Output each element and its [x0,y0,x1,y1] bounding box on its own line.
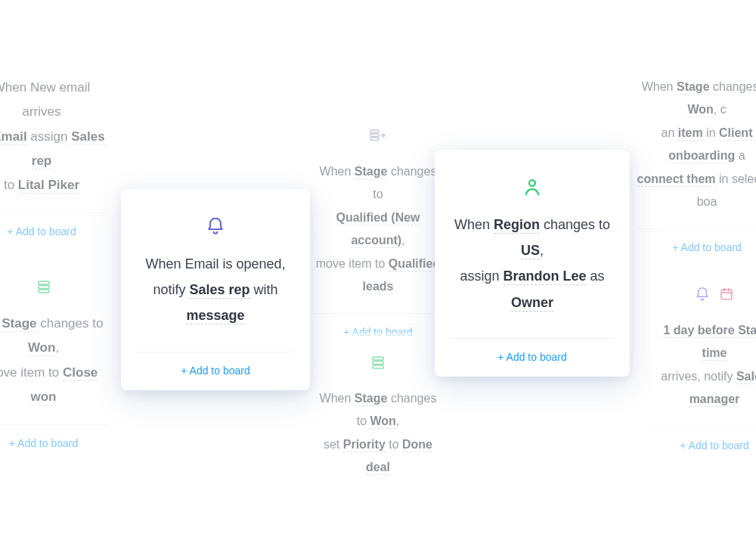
rule-text: 1 day before Start timearrives, notify S… [650,319,756,411]
person-icon [521,175,544,198]
rule-text: When Email is opened,notify Sales rep wi… [145,251,285,329]
rule-text: en Stage changes to Won,nove item to Clo… [0,312,110,409]
add-to-board-button[interactable]: + Add to board [635,229,756,267]
rule-text: When Stage changes to Won,set Priority t… [318,387,438,479]
status-stack-icon [369,353,387,371]
rule-text: When Stage changes to Won, can item in C… [635,76,756,213]
rule-text: When New email arrivesm Email assign Sal… [0,76,106,197]
automation-card: When New email arrivesm Email assign Sal… [0,68,121,251]
automation-card: en Stage changes to Won,nove item to Clo… [0,257,125,463]
rule-text: When Stage changes toQualified (New acco… [314,160,442,298]
add-to-board-button[interactable]: + Add to board [650,427,756,465]
bell-icon [205,216,226,237]
automation-card: When Stage changes toQualified (New acco… [299,106,457,352]
add-to-board-button[interactable]: + Add to board [0,213,106,251]
automation-card: 1 day before Start timearrives, notify S… [635,265,756,465]
automation-card-featured: When Email is opened,notify Sales rep wi… [121,189,310,390]
automation-card-featured: When Region changes to US,assign Brandon… [435,150,630,377]
bell-icon [694,286,711,303]
status-move-icon [368,126,388,144]
add-to-board-button[interactable]: + Add to board [136,352,295,390]
calendar-icon [718,286,735,303]
automation-card: When Stage changes to Won, can item in C… [620,68,756,267]
rule-text: When Region changes to US,assign Brandon… [450,212,615,315]
add-to-board-button[interactable]: + Add to board [0,425,110,463]
status-stack-icon [35,278,53,296]
add-to-board-button[interactable]: + Add to board [450,339,615,377]
automation-card: When Stage changes to Won,set Priority t… [302,333,454,479]
